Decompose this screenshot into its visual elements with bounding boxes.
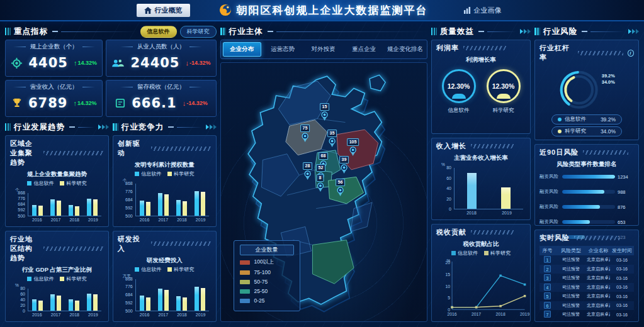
bar [164, 194, 169, 215]
risk-table-cell: 司法预警 [555, 284, 587, 291]
chevron-right-icon[interactable] [205, 125, 217, 130]
y-axis-tick: 0 [10, 309, 25, 313]
table-row[interactable]: 1司法预警北京启辰卓越科技有限公司03-16 [539, 255, 634, 265]
bar [195, 191, 199, 216]
map-marker-8[interactable]: 8 [316, 174, 324, 192]
bar [158, 193, 162, 216]
risk-table-cell: 03-16 [610, 294, 634, 299]
gauge-ring: 12.30% [487, 69, 521, 103]
hatch-decoration [151, 147, 212, 151]
key-indicators-header: 重点指标 信息软件科学研究 [5, 25, 217, 38]
district-map-area: 15753510568392852856 企业数量 100以上75-10050-… [220, 62, 428, 322]
bar [201, 288, 205, 311]
tab-3[interactable]: 重点企业 [344, 42, 383, 57]
bar-group [158, 279, 169, 311]
table-row[interactable]: 2司法预警北京启辰卓越科技有限公司03-16 [539, 265, 634, 274]
x-axis-label: 2017 [154, 216, 172, 223]
home-icon [144, 7, 152, 14]
kpi-filter-0[interactable]: 信息软件 [140, 26, 177, 38]
gauge-value: 12.30% [448, 82, 470, 90]
risk-table-cell: 03-16 [610, 285, 634, 289]
risk-column: 行业风险 行业杠杆率 i 39.2%34.0%信息软件39.2%科学研究34.0… [534, 25, 639, 322]
table-row[interactable]: 6司法预警北京启辰卓越科技有限公司03-16 [539, 301, 634, 311]
building-chart-icon [463, 7, 471, 14]
risk-table-cell: 司法预警 [555, 302, 587, 309]
bars-area [135, 184, 209, 216]
legend-item: 信息软件 [135, 266, 161, 273]
bar-group [87, 193, 98, 216]
gauge-1: 12.30%科学研究 [487, 69, 521, 114]
chevron-right-icon[interactable] [519, 29, 531, 34]
nav-enterprise-portrait[interactable]: 企业画像 [457, 4, 508, 17]
y-axis-tick: 592 [10, 208, 25, 212]
x-axis-label: 2018 [172, 216, 191, 223]
table-row[interactable]: 7司法预警北京启辰卓越科技有限公司03-16 [539, 310, 634, 318]
risk-table-cell: 03-16 [610, 258, 634, 262]
competitiveness-title: 行业竞争力 [121, 122, 164, 133]
legend-item: 科学研究 [60, 180, 86, 187]
y-axis-tick: 776 [118, 284, 133, 289]
bar-group [140, 279, 150, 311]
chart-legend: 信息软件科学研究 [10, 180, 104, 187]
hatch-decoration [574, 236, 619, 240]
bar [183, 201, 187, 215]
nav-industry-overview[interactable]: 行业概览 [137, 4, 190, 17]
region-structure-card: 行业地区结构趋势 行业 GDP 占第三产业比例信息软件科学研究020406080… [5, 231, 109, 323]
hatch-decoration [43, 247, 104, 251]
map-marker-6[interactable]: 28 [303, 162, 313, 180]
risk-90d-card: 近90日风险 风险类型事件数量排名融资风险1234融资风险988融资风险876融… [534, 144, 639, 226]
kpi-filter-1[interactable]: 科学研究 [180, 26, 217, 38]
y-axis-unit: 个 [15, 187, 20, 193]
chevron-right-icon[interactable] [98, 125, 109, 130]
risk-table-cell: 5 [539, 292, 555, 300]
chart-rnd-investment: 研发经费投入信息软件科学研究500592684776868万元201620172… [118, 255, 212, 319]
tab-4[interactable]: 规企变化排名 [385, 42, 425, 57]
risk-table-cell: 03-16 [610, 267, 634, 271]
map-marker-3[interactable]: 105 [347, 138, 359, 156]
risk-table-header-cell: 企业名称 [587, 247, 610, 254]
table-row[interactable]: 4司法预警北京启辰卓越科技有限公司03-16 [539, 283, 634, 292]
map-pin-icon [336, 187, 344, 196]
legend-swatch [60, 181, 64, 186]
quality-header: 质量效益 [431, 25, 531, 38]
row-index-badge: 5 [544, 292, 551, 299]
map-marker-1[interactable]: 75 [300, 125, 310, 142]
x-axis-labels: 2016201720182019 [135, 311, 210, 318]
map-marker-9[interactable]: 56 [336, 179, 346, 196]
subsection-header: 收入增长 [436, 141, 526, 151]
info-icon[interactable]: i [628, 50, 634, 57]
risk-table-cell: 司法预警 [555, 311, 587, 318]
title-dash [69, 126, 75, 128]
legend-swatch [135, 267, 139, 272]
gauge-profit-growth: 利润增长率12.30%信息软件12.30%科学研究 [436, 54, 526, 130]
tab-1[interactable]: 运营态势 [263, 42, 302, 57]
chart-title: 规上企业数量集聚趋势 [10, 170, 104, 179]
map-legend-item-0: 100以上 [240, 258, 294, 266]
map-marker-0[interactable]: 15 [320, 103, 330, 121]
bar [38, 206, 43, 215]
map-pin-icon [303, 170, 312, 180]
map-marker-2[interactable]: 35 [327, 130, 337, 147]
title-line [487, 31, 516, 32]
leverage-card: 行业杠杆率 i 39.2%34.0%信息软件39.2%科学研究34.0% [534, 40, 639, 140]
tab-2[interactable]: 对外投资 [304, 42, 343, 57]
legend-swatch [451, 251, 456, 255]
chart-title: 税收贡献占比 [436, 240, 526, 248]
competitiveness-panel: 行业竞争力 创新驱动 发明专利累计授权数量信息软件科学研究50059268477… [113, 121, 217, 322]
y-axis-tick: 592 [118, 301, 133, 305]
bar-group [69, 193, 79, 216]
bar [140, 201, 144, 215]
people-icon [111, 58, 125, 68]
tab-0[interactable]: 企业分布 [223, 42, 262, 57]
x-axis-label: 2018 [65, 216, 84, 223]
risk-table-cell: 司法预警 [555, 266, 587, 272]
bar [146, 297, 150, 311]
table-row[interactable]: 3司法预警北京启辰卓越科技有限公司03-16 [539, 274, 634, 283]
chevron-right-icon[interactable] [628, 29, 639, 34]
risk-table-header: 序号风险类型企业名称发生时间 [539, 246, 634, 255]
table-row[interactable]: 5司法预警北京启辰卓越科技有限公司03-16 [539, 292, 634, 301]
kpi-card-delta: ↑14.32% [73, 99, 96, 107]
x-axis-label: 2017 [47, 311, 65, 318]
y-axis-tick: 684 [10, 202, 25, 206]
map-marker-5[interactable]: 39 [339, 156, 349, 174]
